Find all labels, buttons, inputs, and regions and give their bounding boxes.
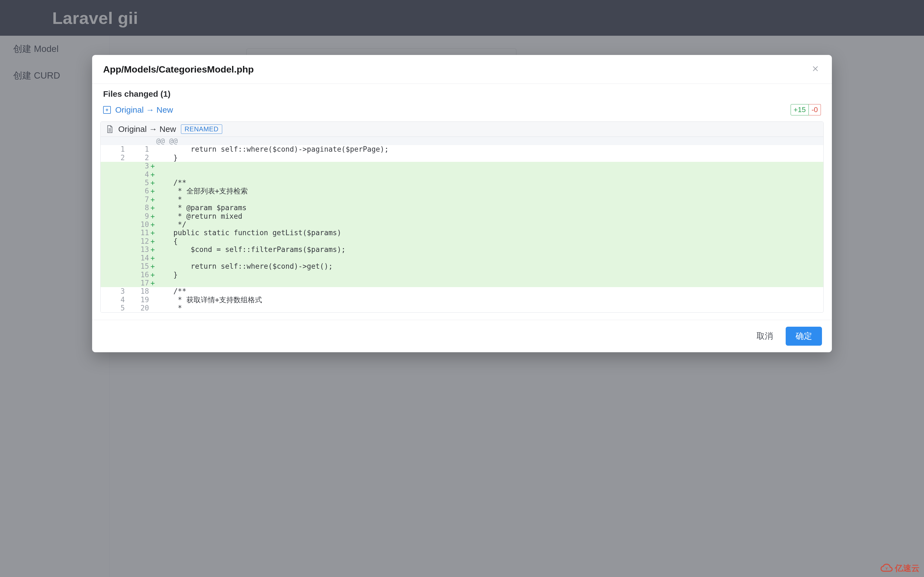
diff-modal: App/Models/CategoriesModel.php Files cha… [92,55,832,352]
modal-footer: 取消 确定 [92,320,832,352]
diff-row: 7+ * [101,195,823,204]
diff-row: 5+ /** [101,179,823,187]
diff-row: 11+ public static function getList($para… [101,229,823,237]
diff-row: 13+ $cond = self::filterParams($params); [101,245,823,254]
close-icon [811,65,819,74]
file-diff-link[interactable]: Original → New [115,105,173,114]
watermark-text: 亿速云 [895,563,919,574]
svg-text:Y: Y [885,567,888,571]
diff-row: 14+ [101,254,823,262]
diff-file-name: Original → New [118,124,176,134]
diff-row: 9+ * @return mixed [101,212,823,220]
diff-hunk-header: @@ @@ [101,137,823,145]
stat-additions: +15 [791,104,809,115]
diff-card-header: Original → New RENAMED [101,122,823,137]
modal-title: App/Models/CategoriesModel.php [103,64,254,75]
close-button[interactable] [810,64,821,75]
files-changed-label: Files changed (1) [92,84,832,102]
diff-row: 16+ } [101,271,823,279]
diff-row: 10+ */ [101,220,823,229]
diff-row: 8+ * @param $params [101,204,823,212]
diff-row: 17+ [101,279,823,287]
diff-row: 22 } [101,153,823,162]
diff-row: 12+ { [101,237,823,245]
stat-deletions: -0 [809,104,821,115]
watermark-icon: Y [880,562,893,574]
diff-card: Original → New RENAMED @@ @@11 return se… [100,121,824,313]
diff-row: 15+ return self::where($cond)->get(); [101,262,823,270]
modal-header: App/Models/CategoriesModel.php [92,55,832,84]
diff-row: 3+ [101,162,823,170]
file-link-row: Original → New +15 -0 [92,102,832,121]
diff-row: 11 return self::where($cond)->paginate($… [101,145,823,153]
diff-row: 318 /** [101,287,823,295]
diff-row: 4+ [101,170,823,179]
confirm-button[interactable]: 确定 [786,327,822,346]
diff-table: @@ @@11 return self::where($cond)->pagin… [101,137,823,313]
file-add-icon [103,106,111,114]
diff-stats: +15 -0 [791,104,821,115]
watermark: Y 亿速云 [880,562,919,574]
document-icon [106,125,113,133]
diff-row: 419 * 获取详情+支持数组格式 [101,296,823,304]
diff-row: 520 * [101,304,823,312]
renamed-badge: RENAMED [181,124,222,134]
cancel-button[interactable]: 取消 [746,327,783,346]
diff-row: 6+ * 全部列表+支持检索 [101,187,823,195]
